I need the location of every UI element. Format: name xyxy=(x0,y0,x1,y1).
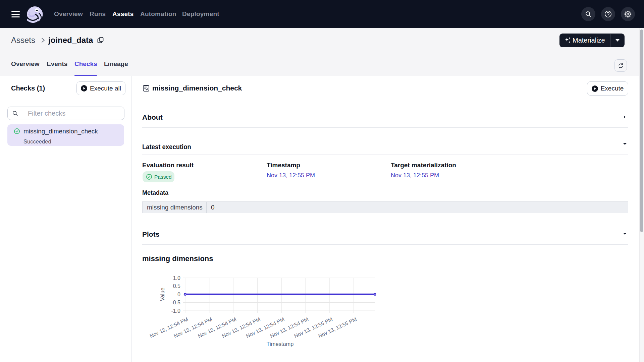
svg-text:0: 0 xyxy=(177,292,180,297)
svg-text:-0.5: -0.5 xyxy=(171,300,180,305)
svg-text:0.5: 0.5 xyxy=(173,283,180,289)
svg-text:-1.0: -1.0 xyxy=(171,308,180,314)
svg-text:Nov 13, 12:54 PM: Nov 13, 12:54 PM xyxy=(149,316,189,339)
svg-text:Timestamp: Timestamp xyxy=(267,341,294,347)
svg-text:1.0: 1.0 xyxy=(173,275,180,281)
svg-text:Value: Value xyxy=(160,288,165,301)
